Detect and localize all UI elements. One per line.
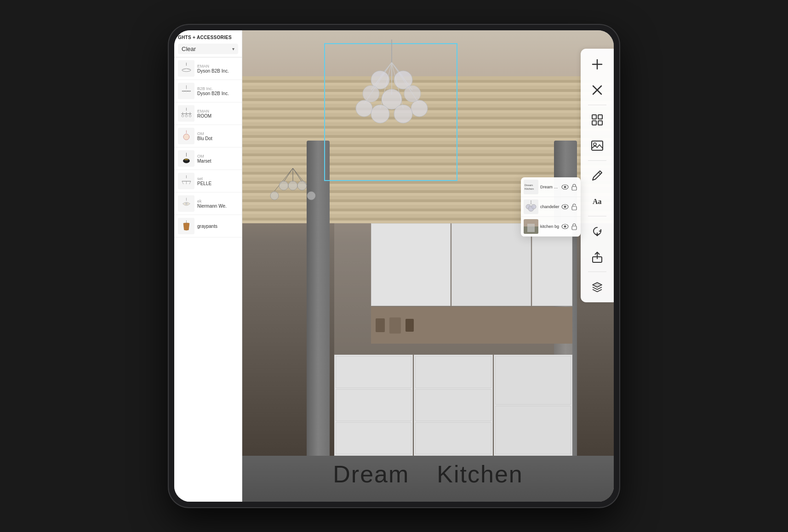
drawer: [336, 389, 411, 421]
scene-text-overlay: Dream Kitchen: [333, 460, 523, 488]
svg-rect-66: [598, 115, 602, 119]
list-item[interactable]: OM Marset: [174, 147, 242, 170]
item-brand: set: [197, 176, 238, 181]
scene-text-kitchen: Kitchen: [437, 460, 523, 488]
list-item[interactable]: graypants: [174, 215, 242, 238]
open-shelves: [371, 307, 572, 344]
svg-point-39: [270, 192, 279, 200]
unlock-icon[interactable]: [571, 203, 578, 210]
kitchen-area: [334, 223, 572, 456]
layer-label: chandelier: [540, 204, 560, 209]
svg-text:Dream: Dream: [525, 184, 533, 187]
scene-text-dream: Dream: [333, 460, 409, 488]
svg-point-22: [184, 158, 188, 160]
svg-text:Aa: Aa: [593, 198, 602, 205]
svg-point-36: [279, 181, 288, 190]
list-item[interactable]: set PELLE: [174, 170, 242, 192]
draw-button[interactable]: [585, 164, 609, 187]
sidebar-filter-label: Clear: [182, 45, 232, 52]
item-info: ek Niermann We.: [197, 199, 238, 209]
rotate-button[interactable]: [585, 219, 609, 243]
sidebar-header: GHTS + ACCESSORIES Clear ▾: [174, 30, 242, 57]
toolbar-divider: [588, 105, 606, 105]
svg-rect-95: [572, 226, 577, 230]
toolbar-divider: [588, 160, 606, 161]
layers-button[interactable]: [585, 275, 609, 299]
svg-point-6: [183, 90, 184, 91]
svg-point-8: [188, 90, 190, 91]
item-brand: EMAN: [197, 64, 238, 68]
svg-rect-69: [592, 141, 603, 150]
svg-point-60: [404, 85, 421, 102]
grid-button[interactable]: [585, 108, 609, 132]
layer-item[interactable]: Dream Kitchen Dream Kitchen: [521, 177, 581, 197]
svg-point-94: [564, 226, 566, 228]
lock-icon[interactable]: [571, 223, 578, 230]
shelf-item: [389, 317, 401, 334]
upper-cabinet-left: [371, 223, 451, 306]
text-button[interactable]: Aa: [585, 189, 609, 213]
item-thumbnail: [178, 60, 194, 77]
visibility-icon[interactable]: [561, 223, 569, 230]
svg-rect-89: [572, 206, 577, 210]
visibility-icon[interactable]: [561, 203, 569, 210]
lock-icon[interactable]: [571, 183, 578, 191]
layer-thumbnail: [524, 219, 538, 234]
visibility-icon[interactable]: [561, 183, 569, 191]
svg-rect-92: [527, 224, 535, 232]
drawer: [495, 406, 571, 454]
share-button[interactable]: [585, 245, 609, 269]
layer-item[interactable]: chandelier: [521, 197, 581, 217]
svg-point-38: [297, 181, 307, 190]
layer-thumbnail: Dream Kitchen: [524, 180, 538, 194]
main-canvas[interactable]: Dream Kitchen: [242, 30, 614, 502]
sidebar-items-list: EMAN Dyson B2B Inc.: [174, 57, 242, 502]
upper-cabinet-center: [451, 223, 531, 306]
drawer: [415, 356, 491, 388]
list-item[interactable]: OM Blu Dot: [174, 125, 242, 147]
add-button[interactable]: [585, 52, 609, 76]
item-info: B2B Inc. Dyson B2B Inc.: [197, 86, 238, 96]
list-item[interactable]: EMAN Dyson B2B Inc.: [174, 57, 242, 80]
svg-point-55: [356, 100, 372, 117]
list-item[interactable]: EMAN ROOM: [174, 102, 242, 125]
chandelier-fixture[interactable]: [330, 40, 454, 187]
sidebar-title: GHTS + ACCESSORIES: [178, 35, 238, 40]
lower-cabinets: [334, 355, 572, 456]
svg-point-40: [307, 192, 315, 200]
layer-item[interactable]: kitchen bg: [521, 217, 581, 237]
item-info: EMAN Dyson B2B Inc.: [197, 64, 238, 74]
item-info: set PELLE: [197, 176, 238, 186]
item-thumbnail: [178, 173, 194, 189]
svg-point-84: [531, 204, 536, 209]
sidebar-filter-button[interactable]: Clear ▾: [178, 44, 238, 54]
drawer: [336, 356, 411, 388]
svg-point-88: [564, 206, 566, 208]
list-item[interactable]: B2B Inc. Dyson B2B Inc.: [174, 80, 242, 102]
item-thumbnail: [178, 150, 194, 167]
shelf-item: [405, 319, 414, 332]
svg-point-58: [394, 105, 412, 123]
remove-button[interactable]: [585, 78, 609, 102]
tablet-screen: GHTS + ACCESSORIES Clear ▾: [174, 30, 614, 502]
image-button[interactable]: [585, 134, 609, 158]
item-info: OM Marset: [197, 154, 238, 164]
right-toolbar: Aa: [581, 49, 614, 302]
svg-line-31: [284, 168, 293, 182]
svg-rect-67: [592, 121, 596, 125]
item-name: Dyson B2B Inc.: [197, 68, 238, 74]
item-thumbnail: [178, 218, 194, 234]
item-thumbnail: [178, 195, 194, 212]
item-brand: B2B Inc.: [197, 86, 238, 91]
item-brand: EMAN: [197, 109, 238, 113]
item-brand: ek: [197, 199, 238, 204]
item-info: graypants: [197, 224, 238, 229]
svg-point-1: [182, 68, 190, 71]
item-brand: OM: [197, 131, 238, 136]
tablet-frame: GHTS + ACCESSORIES Clear ▾: [169, 25, 619, 507]
layer-thumbnail: [524, 199, 538, 214]
svg-point-79: [564, 186, 566, 188]
svg-rect-65: [592, 115, 596, 119]
list-item[interactable]: ek Niermann We.: [174, 192, 242, 215]
item-name: Dyson B2B Inc.: [197, 91, 238, 96]
